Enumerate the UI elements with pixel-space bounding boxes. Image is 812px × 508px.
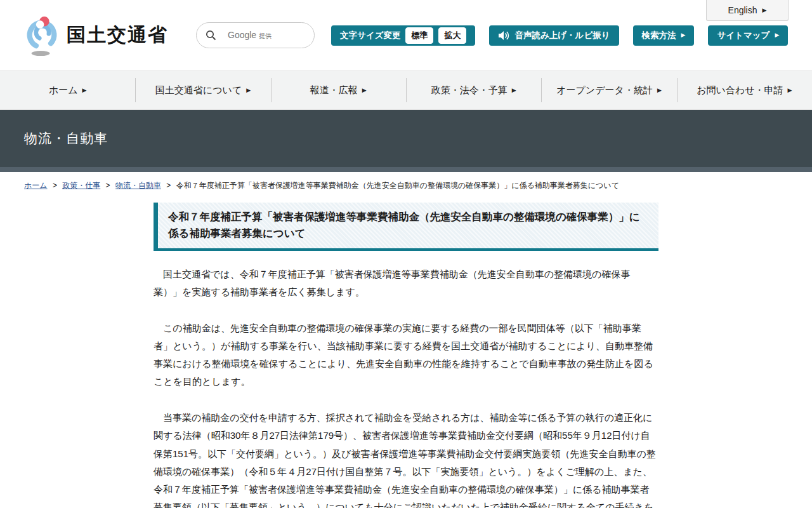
page-title: 令和７年度補正予算「被害者保護増進等事業費補助金（先進安全自動車の整備環境の確保… [168,209,648,241]
sitemap-label: サイトマップ [717,30,769,41]
nav-label: ホーム [49,84,78,97]
font-size-label: 文字サイズ変更 [340,30,400,41]
breadcrumb-separator: > [53,181,57,190]
font-size-button[interactable]: 文字サイズ変更 標準 拡大 [331,25,475,46]
nav-label: 政策・法令・予算 [431,84,508,97]
category-banner: 物流・自動車 [0,110,812,167]
tts-ruby-button[interactable]: 音声読み上げ・ルビ振り [489,25,619,46]
search-input[interactable]: Google 提供 [196,22,315,48]
nav-label: お問い合わせ・申請 [697,84,783,97]
arrow-icon: ▶ [775,32,779,38]
logo-text: 国土交通省 [67,22,168,48]
search-method-label: 検索方法 [642,30,676,41]
arrow-icon: ▶ [681,32,686,38]
nav-item-home[interactable]: ホーム ▶ [0,71,135,109]
english-button[interactable]: English ▶ [706,0,789,21]
category-title: 物流・自動車 [24,130,108,147]
arrow-icon: ▶ [512,88,516,93]
nav-item-policy-law-budget[interactable]: 政策・法令・予算 ▶ [406,71,541,109]
speaker-icon [498,30,509,41]
nav-item-press[interactable]: 報道・広報 ▶ [271,71,406,109]
search-icon [206,30,216,41]
paragraph: この補助金は、先進安全自動車の整備環境の確保事業の実施に要する経費の一部を民間団… [154,319,658,391]
nav-item-contact-application[interactable]: お問い合わせ・申請 ▶ [677,71,812,109]
font-size-large-button[interactable]: 拡大 [438,27,466,44]
nav-label: 報道・広報 [310,84,358,97]
tts-ruby-label: 音声読み上げ・ルビ振り [514,30,610,41]
nav-label: 国土交通省について [155,84,242,97]
breadcrumb-link-logistics-automobile[interactable]: 物流・自動車 [115,181,161,190]
site-header: English ▶ 国土交通省 Google 提供 文字サイズ変更 [0,0,812,70]
font-size-standard-button[interactable]: 標準 [405,27,433,44]
main-content: 令和７年度補正予算「被害者保護増進等事業費補助金（先進安全自動車の整備環境の確保… [154,203,658,508]
breadcrumb: ホーム > 政策・仕事 > 物流・自動車 > 令和７年度補正予算「被害者保護増進… [0,172,812,196]
arrow-icon: ▶ [82,88,87,93]
breadcrumb-separator: > [106,181,110,190]
nav-label: オープンデータ・統計 [556,84,653,97]
arrow-icon: ▶ [246,88,251,93]
breadcrumb-link-home[interactable]: ホーム [24,181,48,190]
page-title-box: 令和７年度補正予算「被害者保護増進等事業費補助金（先進安全自動車の整備環境の確保… [154,203,658,251]
arrow-icon: ▶ [657,88,662,93]
paragraph: 当事業の補助金の交付を申請する方、採択されて補助金を受給される方は、補助金等に係… [154,409,658,508]
article-body: 国土交通省では、令和７年度補正予算「被害者保護増進等事業費補助金（先進安全自動車… [154,265,658,508]
mlit-logo-icon [23,15,60,57]
banner-strip [0,167,812,172]
english-label: English [728,5,757,15]
global-nav: ホーム ▶ 国土交通省について ▶ 報道・広報 ▶ 政策・法令・予算 ▶ オープ… [0,70,812,110]
breadcrumb-current-page: 令和７年度補正予算「被害者保護増進等事業費補助金（先進安全自動車の整備環境の確保… [176,181,619,190]
sitemap-button[interactable]: サイトマップ ▶ [708,25,788,46]
paragraph: 国土交通省では、令和７年度補正予算「被害者保護増進等事業費補助金（先進安全自動車… [154,265,658,301]
arrow-icon: ▶ [788,88,792,93]
search-placeholder: Google 提供 [228,30,272,41]
nav-item-about-mlit[interactable]: 国土交通省について ▶ [135,71,270,109]
breadcrumb-link-policy-work[interactable]: 政策・仕事 [62,181,100,190]
nav-item-open-data-statistics[interactable]: オープンデータ・統計 ▶ [541,71,676,109]
site-logo[interactable]: 国土交通省 [23,15,168,57]
arrow-icon: ▶ [362,88,367,93]
arrow-icon: ▶ [763,8,767,13]
breadcrumb-separator: > [166,181,171,190]
search-method-button[interactable]: 検索方法 ▶ [633,25,695,46]
